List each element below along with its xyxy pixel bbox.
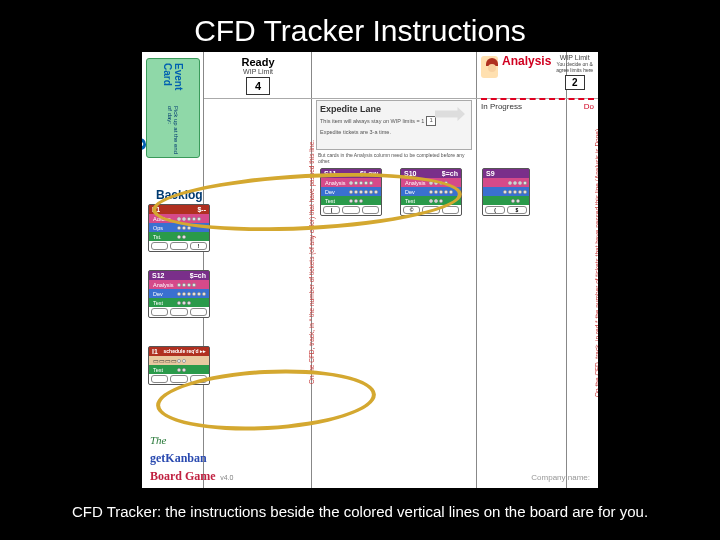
- expedite-line2: Expedite tickets are 3-a time.: [320, 129, 468, 136]
- slide-title: CFD Tracker Instructions: [0, 14, 720, 48]
- ticket-s12: S12$=ch Analysis Dev Test: [148, 270, 210, 318]
- analysis-header: Analysis: [502, 54, 551, 68]
- expedite-lane: Expedite Lane This item will always stay…: [316, 100, 472, 150]
- game-logo: The getKanban Board Game v4.0: [150, 430, 250, 484]
- expedite-wip-box: 1: [426, 116, 436, 126]
- analysis-wip-label: WIP Limit: [555, 54, 594, 61]
- event-card-day: 9: [142, 137, 153, 151]
- company-name-label: Company name:: [531, 473, 590, 482]
- expedite-rule: But cards in the Analysis column need to…: [318, 152, 468, 164]
- cfd-strip-analysis: On the CFD, track, in red * the number o…: [592, 82, 598, 442]
- event-card-subtitle: Pick up at the end of day:: [167, 106, 179, 157]
- board-image: Event Card Pick up at the end of day: 9 …: [142, 52, 598, 488]
- expedite-line1: This item will always stay on WIP limits…: [320, 118, 424, 125]
- event-card: Event Card Pick up at the end of day: 9: [146, 58, 200, 158]
- avatar-icon: [481, 56, 498, 78]
- ready-header: Ready: [204, 52, 312, 68]
- ticket-s9: S9 ($: [482, 168, 530, 216]
- ready-wip-label: WIP Limit: [204, 68, 312, 75]
- ready-wip-value: 4: [246, 77, 270, 95]
- analysis-inprogress-label: In Progress: [481, 102, 522, 111]
- analysis-wip-value: 2: [565, 75, 585, 90]
- event-card-title: Event Card: [162, 59, 184, 106]
- slide-caption: CFD Tracker: the instructions beside the…: [0, 503, 720, 520]
- analysis-wip-note: You decide on & agree limits here: [555, 61, 594, 73]
